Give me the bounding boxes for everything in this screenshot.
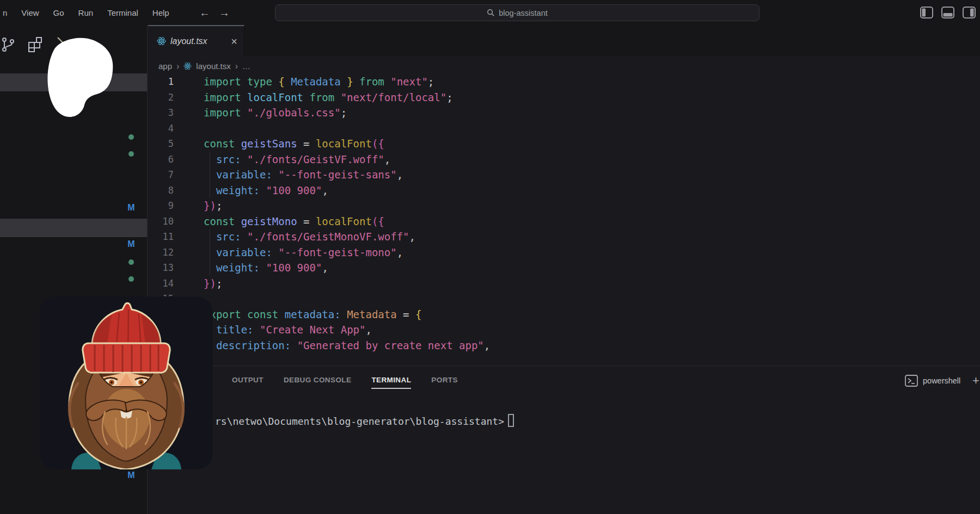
terminal-shell-selector[interactable]: powershell — [905, 375, 960, 387]
breadcrumb-folder[interactable]: app — [158, 61, 172, 71]
toggle-secondary-sidebar-icon[interactable] — [963, 7, 976, 18]
code-line-8[interactable]: 8 weight: "100 900", — [148, 183, 980, 199]
tab-layout-tsx[interactable]: layout.tsx × — [148, 25, 244, 56]
toggle-sidebar-icon[interactable] — [920, 7, 933, 18]
editor-group: layout.tsx × app › layout.tsx › … 1impor… — [148, 25, 980, 514]
panel-tab-terminal[interactable]: TERMINAL — [371, 376, 411, 389]
code-line-6[interactable]: 6 src: "./fonts/GeistVF.woff", — [148, 152, 980, 168]
title-bar: nViewGoRunTerminalHelp ← → blog-assistan… — [0, 0, 980, 25]
tab-strip: layout.tsx × — [148, 25, 980, 56]
line-number: 6 — [148, 154, 174, 165]
indent-guide — [210, 229, 210, 244]
line-number: 7 — [148, 169, 174, 180]
menu-bar: nViewGoRunTerminalHelp — [0, 0, 176, 25]
menu-item-terminal[interactable]: Terminal — [100, 4, 145, 21]
indent-guide — [210, 183, 210, 198]
panel-tab-ports[interactable]: PORTS — [431, 376, 458, 389]
search-input[interactable]: blog-assistant — [275, 4, 759, 21]
code-text: }); — [204, 200, 222, 212]
code-text: import "./globals.css"; — [204, 107, 347, 119]
indent-guide — [210, 245, 210, 260]
react-icon — [183, 62, 192, 70]
line-number: 13 — [148, 262, 174, 273]
code-line-10[interactable]: 10const geistMono = localFont({ — [148, 214, 980, 230]
git-untracked-dot — [128, 134, 134, 140]
breadcrumb: app › layout.tsx › … — [158, 56, 250, 76]
code-line-11[interactable]: 11 src: "./fonts/GeistMonoVF.woff", — [148, 229, 980, 245]
menu-item-view[interactable]: View — [14, 4, 46, 21]
code-line-17[interactable]: 17 title: "Create Next App", — [148, 322, 980, 338]
code-line-16[interactable]: 16export const metadata: Metadata = { — [148, 307, 980, 323]
search-icon — [487, 9, 495, 17]
panel-tab-output[interactable]: OUTPUT — [232, 376, 264, 389]
menu-item-n[interactable]: n — [0, 4, 14, 21]
shell-label: powershell — [923, 376, 960, 385]
indent-guide — [210, 167, 210, 182]
terminal-prompt[interactable]: rs\netwo\Documents\blog-generator\blog-a… — [215, 416, 504, 427]
code-text: const geistMono = localFont({ — [204, 215, 384, 227]
terminal-cursor — [508, 414, 514, 427]
nav-forward-button[interactable]: → — [219, 7, 230, 18]
code-text: import localFont from "next/font/local"; — [204, 91, 453, 103]
code-line-2[interactable]: 2import localFont from "next/font/local"… — [148, 90, 980, 106]
tab-title: layout.tsx — [170, 36, 226, 46]
line-number: 3 — [148, 107, 174, 118]
git-untracked-dot — [128, 276, 134, 282]
new-terminal-icon[interactable]: + — [972, 374, 979, 388]
close-icon[interactable]: × — [231, 36, 237, 47]
code-text: title: "Create Next App", — [204, 324, 372, 336]
code-text: src: "./fonts/GeistVF.woff", — [204, 153, 390, 165]
git-modified-badge: M — [126, 203, 136, 213]
line-number: 2 — [148, 92, 174, 103]
white-blob-overlay — [44, 34, 117, 120]
indent-guide — [210, 260, 210, 275]
git-untracked-dot — [128, 259, 134, 265]
extensions-icon[interactable] — [27, 36, 44, 52]
chevron-right-icon: › — [176, 61, 179, 71]
line-number: 11 — [148, 231, 174, 242]
menu-item-help[interactable]: Help — [145, 4, 176, 21]
menu-item-go[interactable]: Go — [46, 4, 71, 21]
react-icon — [157, 36, 166, 46]
nav-back-button[interactable]: ← — [199, 7, 210, 18]
indent-guide — [210, 152, 210, 167]
menu-item-run[interactable]: Run — [71, 4, 101, 21]
chevron-right-icon: › — [235, 61, 238, 71]
code-line-14[interactable]: 14}); — [148, 276, 980, 292]
sidebar-selected-row[interactable] — [0, 219, 147, 237]
code-text: weight: "100 900", — [204, 262, 328, 274]
toggle-panel-icon[interactable] — [941, 7, 954, 18]
code-line-3[interactable]: 3import "./globals.css"; — [148, 105, 980, 121]
git-modified-badge: M — [126, 239, 136, 249]
breadcrumb-symbol[interactable]: … — [242, 61, 250, 71]
code-text: weight: "100 900", — [204, 184, 328, 196]
code-line-18[interactable]: 18 description: "Generated by create nex… — [148, 338, 980, 354]
breadcrumb-file[interactable]: layout.tsx — [196, 61, 230, 71]
code-text: variable: "--font-geist-sans", — [204, 169, 403, 181]
code-line-9[interactable]: 9}); — [148, 198, 980, 214]
code-text: export const metadata: Metadata = { — [204, 308, 421, 320]
code-line-4[interactable]: 4 — [148, 121, 980, 137]
code-text: const geistSans = localFont({ — [204, 138, 384, 150]
code-line-1[interactable]: 1import type { Metadata } from "next"; — [148, 74, 980, 90]
line-number: 10 — [148, 216, 174, 227]
panel-tab-bar: OUTPUTDEBUG CONSOLETERMINALPORTS — [232, 376, 458, 389]
code-text: import type { Metadata } from "next"; — [204, 76, 434, 88]
code-line-13[interactable]: 13 weight: "100 900", — [148, 260, 980, 276]
source-control-icon[interactable] — [2, 36, 15, 53]
code-line-12[interactable]: 12 variable: "--font-geist-mono", — [148, 245, 980, 261]
line-number: 12 — [148, 247, 174, 258]
code-line-7[interactable]: 7 variable: "--font-geist-sans", — [148, 167, 980, 183]
search-query: blog-assistant — [499, 9, 547, 17]
line-number: 8 — [148, 185, 174, 196]
code-line-5[interactable]: 5const geistSans = localFont({ — [148, 136, 980, 152]
panel-tab-debug-console[interactable]: DEBUG CONSOLE — [284, 376, 351, 389]
code-editor[interactable]: 1import type { Metadata } from "next";2i… — [148, 74, 980, 353]
line-number: 1 — [148, 76, 174, 87]
line-number: 9 — [148, 200, 174, 211]
git-modified-badge: M — [126, 470, 136, 480]
code-text: }); — [204, 277, 222, 289]
code-line-15[interactable]: 15 — [148, 291, 980, 307]
lumberjack-avatar — [40, 296, 213, 469]
git-untracked-dot — [128, 151, 134, 157]
